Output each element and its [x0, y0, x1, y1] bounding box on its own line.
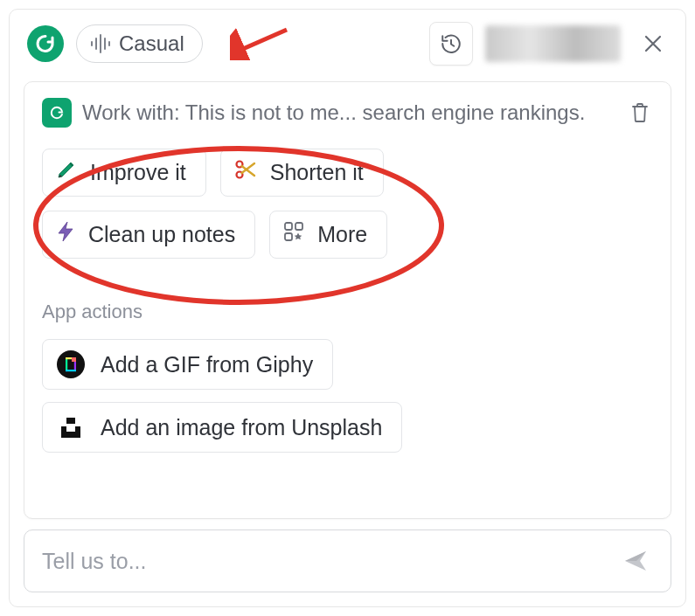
quick-actions-row-2: Clean up notes More [42, 211, 653, 259]
grammarly-icon [33, 31, 58, 56]
history-button[interactable] [429, 22, 473, 66]
svg-rect-11 [66, 357, 67, 371]
giphy-action-button[interactable]: Add a GIF from Giphy [42, 339, 333, 390]
clean-up-label: Clean up notes [88, 222, 235, 247]
assistant-container: Casual [9, 9, 686, 607]
apps-icon [282, 220, 305, 249]
improve-label: Improve it [90, 160, 186, 185]
send-button[interactable] [618, 543, 653, 578]
svg-rect-6 [285, 223, 292, 230]
shorten-button[interactable]: Shorten it [220, 149, 384, 197]
pencil-icon [55, 158, 78, 187]
lightning-icon [55, 220, 76, 249]
close-button[interactable] [638, 29, 668, 59]
close-icon [643, 34, 663, 53]
send-icon [622, 548, 649, 574]
svg-rect-16 [66, 418, 75, 424]
scissors-icon [233, 158, 258, 187]
giphy-icon [55, 349, 87, 380]
grammarly-badge-icon [47, 103, 66, 122]
history-icon [440, 32, 462, 55]
clean-up-button[interactable]: Clean up notes [42, 211, 255, 259]
prompt-input-bar [24, 529, 671, 592]
shorten-label: Shorten it [270, 160, 364, 185]
svg-rect-15 [72, 357, 76, 362]
svg-rect-14 [66, 357, 73, 359]
tone-selector[interactable]: Casual [76, 24, 203, 63]
waveform-icon [91, 34, 110, 53]
work-with-row: Work with: This is not to me... search e… [42, 98, 653, 128]
unsplash-label: Add an image from Unsplash [101, 415, 382, 440]
giphy-label: Add a GIF from Giphy [101, 352, 313, 377]
work-with-text: Work with: This is not to me... search e… [82, 100, 616, 125]
unsplash-icon [55, 412, 87, 443]
app-actions-heading: App actions [42, 301, 653, 323]
improve-button[interactable]: Improve it [42, 149, 206, 197]
trash-icon [629, 101, 650, 124]
header-bar: Casual [10, 10, 685, 74]
more-button[interactable]: More [269, 211, 387, 259]
more-label: More [317, 222, 367, 247]
quick-actions-row-1: Improve it Shorten it [42, 149, 653, 197]
svg-rect-1 [47, 103, 66, 122]
prompt-input[interactable] [42, 549, 618, 574]
grammarly-logo [27, 25, 64, 62]
svg-rect-13 [66, 370, 76, 371]
app-actions-list: Add a GIF from Giphy Add an image from U… [42, 339, 653, 465]
svg-rect-7 [295, 223, 302, 230]
main-panel: Work with: This is not to me... search e… [24, 81, 671, 519]
tone-label: Casual [119, 31, 184, 56]
delete-button[interactable] [627, 100, 653, 126]
svg-rect-8 [285, 233, 292, 240]
unsplash-action-button[interactable]: Add an image from Unsplash [42, 402, 402, 453]
user-info-blurred [485, 25, 621, 62]
grammarly-badge [42, 98, 72, 128]
